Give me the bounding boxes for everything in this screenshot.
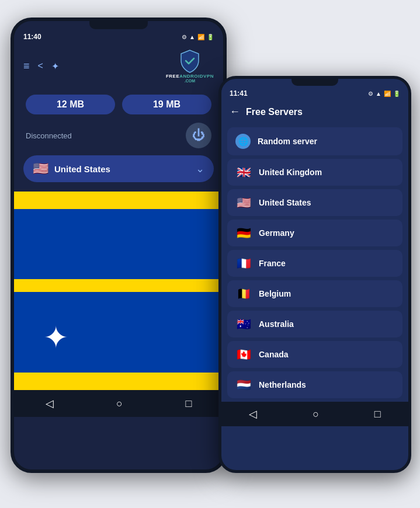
logo-text: FREEANDROIDVPN <box>166 74 214 79</box>
au-flag-icon: 🇦🇺 <box>235 317 252 331</box>
random-server-icon: 🌐 <box>235 134 251 149</box>
fr-server-name: France <box>259 259 286 268</box>
share-icon[interactable]: < <box>38 61 43 71</box>
wifi-icon-2: ▲ <box>376 91 381 97</box>
recent-nav-button-2[interactable]: □ <box>365 406 390 423</box>
server-list: 🌐 Random server 🇬🇧 United Kingdom 🇺🇸 Uni… <box>221 124 408 402</box>
stats-row: 12 MB 19 MB <box>14 88 223 119</box>
signal-icon-2: 📶 <box>384 91 391 97</box>
fr-flag-icon: 🇫🇷 <box>235 256 252 270</box>
back-button[interactable]: ← <box>230 106 240 118</box>
flag-star: ✦ <box>43 320 69 355</box>
settings-status-icon-2: ⚙ <box>368 91 373 97</box>
phone-1: 11:40 ⚙ ▲ 📶 🔋 ≡ < ✦ FREEANDROIDVPN .COM … <box>11 18 227 473</box>
rate-icon[interactable]: ✦ <box>51 61 59 72</box>
nav-bar-1: ◁ ○ □ <box>14 390 223 417</box>
menu-icon[interactable]: ≡ <box>23 60 30 72</box>
nl-server-name: Netherlands <box>259 380 306 389</box>
country-selector[interactable]: 🇺🇸 United States ⌄ <box>23 155 214 182</box>
server-item-random[interactable]: 🌐 Random server <box>227 127 402 155</box>
de-flag-icon: 🇩🇪 <box>235 226 252 240</box>
server-item-ca[interactable]: 🇨🇦 Canada <box>227 341 402 368</box>
country-name-1: United States <box>54 164 190 174</box>
server-header: ← Free Servers <box>221 101 408 124</box>
settings-status-icon: ⚙ <box>182 34 187 40</box>
status-bar-2: 11:41 ⚙ ▲ 📶 🔋 <box>221 86 408 101</box>
power-icon: ⏻ <box>192 128 205 143</box>
random-server-name: Random server <box>258 137 317 146</box>
be-flag-icon: 🇧🇪 <box>235 287 252 301</box>
server-item-be[interactable]: 🇧🇪 Belgium <box>227 280 402 307</box>
notch-2 <box>291 79 338 86</box>
country-flag-1: 🇺🇸 <box>33 161 48 176</box>
server-item-de[interactable]: 🇩🇪 Germany <box>227 220 402 246</box>
battery-icon: 🔋 <box>207 34 214 40</box>
wifi-icon: ▲ <box>189 34 195 40</box>
flag-stripe-middle <box>14 279 223 292</box>
toolbar-1: ≡ < ✦ FREEANDROIDVPN .COM <box>14 44 223 88</box>
flag-stripe-bottom <box>14 373 223 390</box>
disconnect-row: Disconnected ⏻ <box>14 119 223 155</box>
server-item-au[interactable]: 🇦🇺 Australia <box>227 311 402 337</box>
ca-flag-icon: 🇨🇦 <box>235 347 252 361</box>
server-item-nl[interactable]: 🇳🇱 Netherlands <box>227 371 402 398</box>
us-server-name: United States <box>259 198 311 207</box>
time-display-1: 11:40 <box>23 33 41 41</box>
flag-display: ✦ <box>14 192 223 390</box>
phone-2: 11:41 ⚙ ▲ 📶 🔋 ← Free Servers 🌐 Random se… <box>218 76 411 473</box>
toolbar-icons: ≡ < ✦ <box>23 60 59 72</box>
notch-1 <box>89 21 148 29</box>
upload-stat: 19 MB <box>122 95 211 114</box>
chevron-down-icon: ⌄ <box>196 162 204 175</box>
server-list-title: Free Servers <box>246 107 303 117</box>
logo-domain: .COM <box>185 79 195 83</box>
download-stat: 12 MB <box>26 95 115 114</box>
server-item-us[interactable]: 🇺🇸 United States <box>227 189 402 216</box>
home-nav-button-2[interactable]: ○ <box>303 406 328 423</box>
recent-nav-button-1[interactable]: □ <box>176 395 201 412</box>
back-nav-button-1[interactable]: ◁ <box>36 395 63 412</box>
uk-flag-icon: 🇬🇧 <box>235 165 252 179</box>
time-display-2: 11:41 <box>230 89 248 98</box>
nl-flag-icon: 🇳🇱 <box>235 378 252 392</box>
status-bar-1: 11:40 ⚙ ▲ 📶 🔋 <box>14 29 223 44</box>
back-nav-button-2[interactable]: ◁ <box>239 405 266 423</box>
status-icons-1: ⚙ ▲ 📶 🔋 <box>182 34 214 40</box>
status-icons-2: ⚙ ▲ 📶 🔋 <box>368 91 400 97</box>
uk-server-name: United Kingdom <box>259 168 322 177</box>
us-flag-icon: 🇺🇸 <box>235 196 252 210</box>
be-server-name: Belgium <box>259 289 291 298</box>
shield-logo-icon <box>179 49 201 74</box>
signal-icon: 📶 <box>197 34 204 40</box>
de-server-name: Germany <box>259 228 294 238</box>
flag-stripe-top <box>14 192 223 209</box>
logo-area: FREEANDROIDVPN .COM <box>166 49 214 83</box>
au-server-name: Australia <box>259 319 294 329</box>
home-nav-button-1[interactable]: ○ <box>107 395 132 412</box>
server-item-fr[interactable]: 🇫🇷 France <box>227 250 402 277</box>
connection-status: Disconnected <box>26 131 72 140</box>
battery-icon-2: 🔋 <box>393 91 400 97</box>
nav-bar-2: ◁ ○ □ <box>221 402 408 426</box>
ca-server-name: Canada <box>259 350 289 359</box>
server-item-uk[interactable]: 🇬🇧 United Kingdom <box>227 159 402 186</box>
power-button[interactable]: ⏻ <box>186 123 211 148</box>
